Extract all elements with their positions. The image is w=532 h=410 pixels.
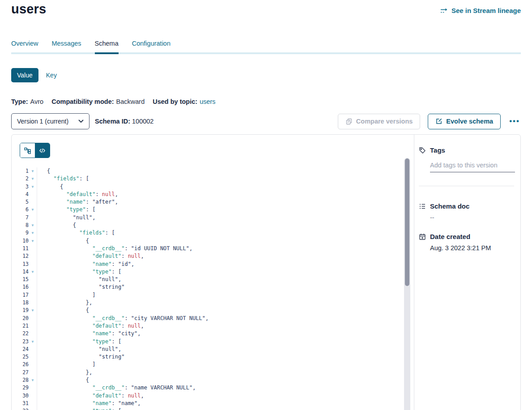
fold-toggle-icon[interactable]: ▼ — [29, 175, 37, 183]
tree-view-button[interactable] — [20, 143, 35, 158]
stream-lineage-label: See in Stream lineage — [451, 7, 521, 14]
line-number: 11 — [12, 245, 29, 252]
calendar-plus-icon — [419, 233, 426, 240]
tab-schema[interactable]: Schema — [95, 40, 119, 54]
meta-label: Type: — [11, 98, 28, 105]
code-line: 31 "name": "name", — [12, 400, 403, 407]
line-number: 8 — [12, 222, 29, 229]
code-line: 24 "null", — [12, 346, 403, 353]
line-number: 16 — [12, 283, 29, 291]
code-text: { — [37, 376, 89, 384]
code-line: 2▼ "fields": [ — [12, 175, 403, 183]
code-text: "type": [ — [37, 338, 121, 346]
key-tab-button[interactable]: Key — [46, 72, 57, 79]
fold-gutter — [29, 353, 37, 361]
add-tags-input[interactable] — [430, 161, 515, 172]
code-text: "name": "name", — [37, 400, 141, 407]
fold-gutter — [29, 369, 37, 376]
fold-toggle-icon[interactable]: ▼ — [29, 183, 37, 191]
line-number: 27 — [12, 369, 29, 376]
code-text: "name": "after", — [37, 198, 118, 206]
line-number: 9 — [12, 229, 29, 237]
tab-messages[interactable]: Messages — [51, 40, 81, 54]
fold-gutter — [29, 384, 37, 392]
line-number: 25 — [12, 353, 29, 361]
code-line: 23▼ "type": [ — [12, 338, 403, 346]
code-text: { — [37, 183, 63, 191]
code-text: "null", — [37, 214, 95, 222]
code-text: "null", — [37, 346, 121, 353]
date-created-header: Date created — [419, 233, 514, 240]
code-line: 32▼ "type": [ — [12, 407, 403, 410]
fold-toggle-icon[interactable]: ▼ — [29, 407, 37, 410]
code-line: 30 "default": null, — [12, 392, 403, 400]
schema-id-label: Schema ID: — [95, 118, 130, 125]
code-text: "fields": [ — [37, 175, 89, 183]
meta-value-link[interactable]: users — [200, 98, 215, 105]
list-icon — [419, 203, 426, 210]
code-view-button[interactable] — [35, 143, 50, 158]
fold-toggle-icon[interactable]: ▼ — [29, 167, 37, 175]
tab-bar: OverviewMessagesSchemaConfiguration — [11, 40, 170, 54]
line-number: 2 — [12, 175, 29, 183]
line-number: 28 — [12, 376, 29, 384]
code-text: "default": null, — [37, 322, 144, 330]
fold-toggle-icon[interactable]: ▼ — [29, 222, 37, 229]
fold-toggle-icon[interactable]: ▼ — [29, 268, 37, 276]
code-text: { — [37, 167, 50, 175]
evolve-schema-button[interactable]: Evolve schema — [428, 114, 501, 129]
code-line: 28▼ { — [12, 376, 403, 384]
meta-item: Type:Avro — [11, 98, 43, 105]
fold-toggle-icon[interactable]: ▼ — [29, 229, 37, 237]
code-line: 3▼ { — [12, 183, 403, 191]
code-text: "null", — [37, 276, 121, 283]
code-line: 26 ] — [12, 361, 403, 368]
code-text: "fields": [ — [37, 229, 115, 237]
line-number: 26 — [12, 361, 29, 368]
fold-gutter — [29, 315, 37, 322]
fold-toggle-icon[interactable]: ▼ — [29, 376, 37, 384]
code-line: 14▼ "type": [ — [12, 268, 403, 276]
code-text: "default": null, — [37, 392, 144, 400]
compare-versions-button[interactable]: Compare versions — [338, 114, 421, 129]
edit-icon — [435, 118, 443, 125]
tab-configuration[interactable]: Configuration — [132, 40, 170, 54]
code-line: 13 "name": "id", — [12, 261, 403, 268]
line-number: 14 — [12, 268, 29, 276]
schema-doc-value: -- — [430, 214, 514, 221]
code-text: "name": "city", — [37, 330, 141, 337]
tags-title: Tags — [430, 146, 445, 154]
code-line: 10▼ { — [12, 237, 403, 245]
line-number: 18 — [12, 299, 29, 307]
more-actions-button[interactable]: ••• — [508, 117, 521, 126]
fold-gutter — [29, 330, 37, 337]
stream-lineage-link[interactable]: See in Stream lineage — [440, 7, 521, 14]
tags-section-header: Tags — [419, 146, 514, 154]
code-scrollbar[interactable] — [404, 158, 410, 410]
meta-label: Used by topic: — [153, 98, 197, 105]
code-scrollbar-thumb[interactable] — [405, 158, 409, 286]
code-text: { — [37, 237, 89, 245]
compare-versions-label: Compare versions — [356, 118, 413, 125]
code-line: 19▼ { — [12, 307, 403, 314]
value-tab-button[interactable]: Value — [11, 68, 38, 82]
fold-gutter — [29, 276, 37, 283]
fold-toggle-icon[interactable]: ▼ — [29, 338, 37, 346]
fold-toggle-icon[interactable]: ▼ — [29, 237, 37, 245]
fold-gutter — [29, 252, 37, 260]
fold-toggle-icon[interactable]: ▼ — [29, 206, 37, 214]
line-number: 5 — [12, 198, 29, 206]
version-select[interactable]: Version 1 (current) — [11, 113, 89, 129]
schema-id-value: 100002 — [132, 118, 153, 125]
date-created-value: Aug. 3 2022 3:21 PM — [430, 244, 514, 252]
schema-view-toggle — [20, 143, 50, 158]
code-line: 17 ] — [12, 291, 403, 299]
code-text: "type": [ — [37, 407, 121, 410]
code-text: ] — [37, 361, 95, 368]
line-number: 21 — [12, 322, 29, 330]
tab-overview[interactable]: Overview — [11, 40, 38, 54]
code-line: 8▼ { — [12, 222, 403, 229]
code-text: { — [37, 222, 76, 229]
fold-toggle-icon[interactable]: ▼ — [29, 307, 37, 314]
sidebar-divider — [419, 186, 514, 186]
